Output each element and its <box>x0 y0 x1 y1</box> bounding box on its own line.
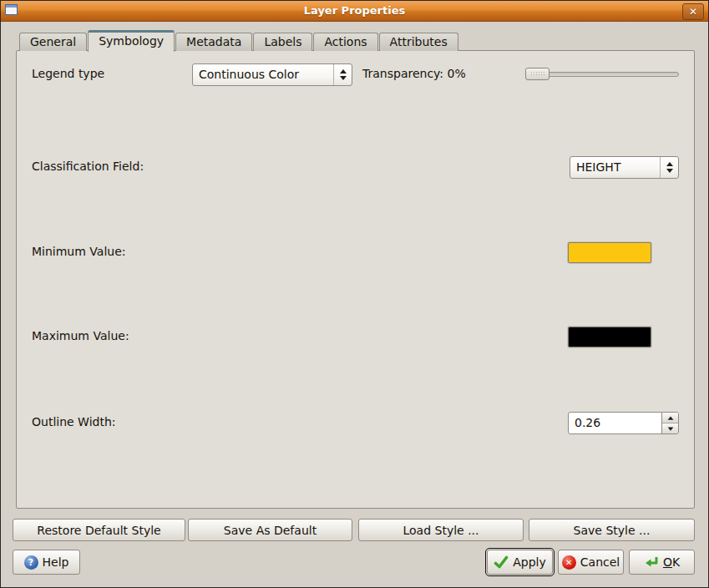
cancel-button[interactable]: ✕ Cancel <box>558 550 624 575</box>
transparency-label: Transparency: 0% <box>362 65 466 82</box>
spin-up-button[interactable] <box>662 413 678 423</box>
save-as-default-button[interactable]: Save As Default <box>188 519 352 541</box>
ok-label: OK <box>663 555 680 569</box>
close-button[interactable]: ✕ <box>682 3 704 20</box>
tab-general[interactable]: General <box>19 33 87 51</box>
combo-arrows-icon <box>660 157 678 178</box>
legend-type-combobox[interactable]: Continuous Color <box>192 63 352 86</box>
save-style-label: Save Style ... <box>574 524 651 537</box>
tab-actions[interactable]: Actions <box>313 33 377 51</box>
restore-default-style-button[interactable]: Restore Default Style <box>13 519 185 541</box>
tab-labels[interactable]: Labels <box>253 33 312 51</box>
apply-label: Apply <box>513 555 546 569</box>
minimum-value-color-button[interactable] <box>568 242 651 263</box>
apply-button[interactable]: Apply <box>487 550 553 575</box>
transparency-slider-handle[interactable] <box>525 68 549 80</box>
tab-metadata[interactable]: Metadata <box>175 33 252 51</box>
window-title: Layer Properties <box>1 1 708 21</box>
spin-down-button[interactable] <box>662 423 678 433</box>
help-button[interactable]: ? Help <box>13 550 80 575</box>
help-label: Help <box>43 555 69 569</box>
tab-symbology[interactable]: Symbology <box>88 30 175 52</box>
minimum-value-label: Minimum Value: <box>32 243 126 260</box>
checkmark-icon <box>494 555 509 569</box>
load-style-label: Load Style ... <box>403 524 479 537</box>
save-style-button[interactable]: Save Style ... <box>529 519 695 541</box>
enter-arrow-icon <box>644 555 659 569</box>
tab-attributes[interactable]: Attributes <box>379 33 458 51</box>
cancel-icon: ✕ <box>562 555 576 570</box>
save-as-default-label: Save As Default <box>224 524 317 537</box>
outline-width-label: Outline Width: <box>32 413 116 430</box>
maximum-value-color-button[interactable] <box>568 327 651 347</box>
symbology-panel: Legend type Continuous Color Transparenc… <box>16 50 695 509</box>
outline-width-value: 0.26 <box>569 413 661 433</box>
help-icon: ? <box>24 555 38 570</box>
classification-field-label: Classification Field: <box>32 158 144 175</box>
ok-button[interactable]: OK <box>629 550 695 575</box>
restore-default-style-label: Restore Default Style <box>37 524 160 537</box>
legend-type-label: Legend type <box>32 65 104 82</box>
tab-bar: General Symbology Metadata Labels Action… <box>19 31 459 51</box>
classification-field-combobox[interactable]: HEIGHT <box>570 156 679 179</box>
combo-arrows-icon <box>333 64 352 85</box>
layer-properties-dialog: Layer Properties ✕ General Symbology Met… <box>0 0 709 588</box>
legend-type-value: Continuous Color <box>193 64 333 85</box>
maximum-value-label: Maximum Value: <box>32 327 129 344</box>
outline-width-spinbox[interactable]: 0.26 <box>568 412 679 434</box>
close-icon: ✕ <box>683 4 703 19</box>
titlebar[interactable]: Layer Properties ✕ <box>1 1 708 22</box>
load-style-button[interactable]: Load Style ... <box>358 519 524 541</box>
cancel-label: Cancel <box>580 555 620 569</box>
classification-field-value: HEIGHT <box>570 157 660 178</box>
